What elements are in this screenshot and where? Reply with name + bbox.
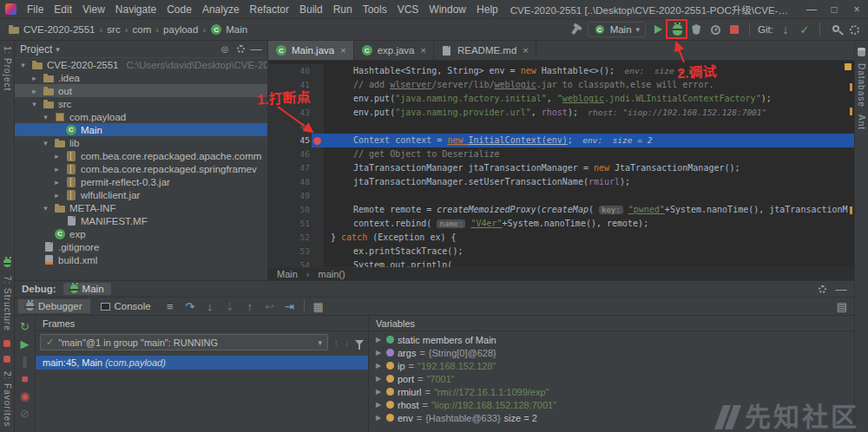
- tree-item-gitignore[interactable]: .gitignore: [15, 240, 267, 253]
- menu-tools[interactable]: Tools: [358, 0, 392, 19]
- menu-build[interactable]: Build: [294, 0, 328, 19]
- breadcrumb-item-main[interactable]: CMain: [209, 23, 248, 36]
- line-number[interactable]: 53: [268, 245, 324, 259]
- git-update-icon[interactable]: ↓: [779, 23, 792, 36]
- menu-navigate[interactable]: Navigate: [110, 0, 161, 19]
- hide-debug-panel-icon[interactable]: —: [835, 283, 847, 295]
- menu-code[interactable]: Code: [161, 0, 197, 19]
- chevron-right-icon[interactable]: ▶: [374, 388, 383, 396]
- tree-item-manifest-mf[interactable]: MANIFEST.MF: [15, 214, 267, 227]
- tree-item-main[interactable]: CMain: [15, 123, 267, 136]
- stop-button[interactable]: [727, 23, 741, 36]
- tool-button-project[interactable]: 1: Project: [3, 46, 12, 91]
- line-number[interactable]: 54: [268, 259, 324, 267]
- inspection-badge-icon[interactable]: [845, 63, 852, 70]
- line-number[interactable]: 44: [268, 120, 324, 134]
- tab-debugger[interactable]: Debugger: [18, 299, 90, 313]
- chevron-closed-icon[interactable]: ▸: [52, 165, 62, 173]
- step-into-icon[interactable]: ↓: [201, 301, 219, 312]
- menu-run[interactable]: Run: [328, 0, 358, 19]
- menu-analyze[interactable]: Analyze: [197, 0, 245, 19]
- minimize-button[interactable]: —: [800, 0, 823, 19]
- menu-help[interactable]: Help: [471, 0, 503, 19]
- tab-console[interactable]: Console: [93, 299, 159, 313]
- thread-selector[interactable]: ✓ "main"@1 in group "main": RUNNING ▾: [40, 334, 328, 350]
- chevron-right-icon[interactable]: ▶: [374, 414, 383, 422]
- run-config-select[interactable]: C Main ▾: [588, 22, 646, 37]
- tool-button-structure[interactable]: 7: Structure: [3, 276, 12, 331]
- tree-item-com-bea-core-repackaged-apache-comm[interactable]: ▸com.bea.core.repackaged.apache.comm: [15, 149, 267, 162]
- tree-item-com-bea-core-repackaged-springframev[interactable]: ▸com.bea.core.repackaged.springframev: [15, 162, 267, 175]
- close-icon[interactable]: ×: [340, 45, 345, 56]
- variable-row-env[interactable]: ▶env = {Hashtable@633} size = 2: [369, 411, 854, 424]
- tree-item-build-xml[interactable]: build.xml: [15, 253, 267, 266]
- menu-vcs[interactable]: VCS: [392, 0, 424, 19]
- chevron-closed-icon[interactable]: ▸: [52, 178, 62, 187]
- line-number[interactable]: 41: [268, 78, 324, 92]
- filter-icon[interactable]: [355, 340, 364, 345]
- pause-icon[interactable]: ∥: [22, 356, 28, 367]
- tree-item-lib[interactable]: ▾lib: [15, 136, 267, 149]
- debug-settings-gear-icon[interactable]: [816, 283, 828, 295]
- code-line[interactable]: 51context.rebind( name: "V4er"+System.na…: [268, 217, 854, 231]
- debug-session-tab[interactable]: Main: [63, 283, 111, 295]
- code-line[interactable]: 48jtaTransactionManager.setUserTransacti…: [268, 175, 854, 189]
- maximize-button[interactable]: □: [823, 0, 845, 19]
- variable-row-rmiurl[interactable]: ▶rmiurl = "rmi://172.16.1.1:1099/exp": [369, 385, 854, 398]
- chevron-right-icon[interactable]: ▶: [374, 401, 383, 409]
- menu-edit[interactable]: Edit: [49, 0, 77, 19]
- code-line[interactable]: 43env.put("java.naming.provider.url", rh…: [268, 106, 854, 120]
- database-icon[interactable]: [858, 48, 865, 56]
- chevron-right-icon[interactable]: ▶: [374, 349, 383, 357]
- chevron-closed-icon[interactable]: ▸: [30, 74, 39, 82]
- frame-down-icon[interactable]: ↓: [345, 337, 351, 348]
- chevron-right-icon[interactable]: ▶: [374, 336, 383, 344]
- step-over-icon[interactable]: ↷: [181, 301, 199, 312]
- evaluate-expression-icon[interactable]: ▦: [310, 301, 327, 312]
- frame-up-icon[interactable]: ↑: [333, 337, 339, 348]
- profiler-button[interactable]: [708, 23, 722, 36]
- breadcrumb-item-com[interactable]: com: [132, 24, 153, 35]
- tool-button-ant[interactable]: Ant: [857, 115, 866, 130]
- chevron-down-icon[interactable]: ▾: [56, 45, 60, 54]
- code-line[interactable]: 50Remote remote = createMemoizedProxy(cr…: [268, 203, 854, 217]
- variable-row-rhost[interactable]: ▶rhost = "iiop://192.168.152.128:7001": [369, 398, 854, 411]
- code-editor[interactable]: 40Hashtable<String, String> env = new Ha…: [268, 61, 854, 267]
- stack-frame-row[interactable]: main:45, Main (com.payload): [36, 356, 368, 370]
- tool-button-red-icon[interactable]: [3, 340, 10, 347]
- chevron-open-icon[interactable]: ▾: [41, 113, 50, 121]
- chevron-right-icon[interactable]: ▶: [374, 362, 383, 370]
- tree-item-cve-2020-2551[interactable]: ▾CVE-2020-2551C:\Users\david\Desktop\CVE…: [15, 58, 267, 71]
- debug-button[interactable]: 2.调试: [670, 23, 684, 36]
- rerun-icon[interactable]: ↻: [20, 321, 30, 332]
- variable-row-ip[interactable]: ▶ip = "192.168.152.128": [369, 359, 854, 372]
- tree-item-idea[interactable]: ▸.idea: [15, 71, 267, 84]
- variable-row-args[interactable]: ▶args = {String[0]@628}: [369, 346, 854, 359]
- chevron-open-icon[interactable]: ▾: [18, 61, 28, 69]
- breadcrumb-item-cve-2020-2551[interactable]: CVE-2020-2551: [7, 23, 95, 36]
- line-number[interactable]: 46: [268, 147, 324, 161]
- code-line[interactable]: 45Context context = new InitialContext(e…: [268, 134, 854, 147]
- threads-menu-icon[interactable]: ≡: [161, 301, 179, 312]
- chevron-closed-icon[interactable]: ▸: [52, 152, 62, 160]
- hide-panel-icon[interactable]: —: [250, 43, 262, 56]
- close-icon[interactable]: ×: [421, 45, 426, 56]
- menu-refactor[interactable]: Refactor: [245, 0, 294, 19]
- chevron-right-icon[interactable]: ▶: [374, 375, 383, 383]
- line-number[interactable]: 42: [268, 92, 324, 106]
- code-line[interactable]: 54System.out.println(: [268, 259, 854, 267]
- view-breakpoints-icon[interactable]: ◉: [20, 390, 30, 402]
- tree-item-com-payload[interactable]: ▾com.payload: [15, 110, 267, 123]
- line-number[interactable]: 49: [268, 189, 324, 203]
- tree-item-out[interactable]: ▸out: [15, 84, 267, 97]
- line-number[interactable]: 52: [268, 231, 324, 245]
- step-out-icon[interactable]: ↑: [241, 301, 259, 312]
- tool-button-red-icon-2[interactable]: [3, 356, 10, 363]
- breadcrumb-item-src[interactable]: src: [106, 24, 121, 35]
- run-to-cursor-icon[interactable]: ⇥: [281, 301, 299, 312]
- search-icon[interactable]: [828, 23, 842, 36]
- tab-readme-md[interactable]: README.md×: [434, 41, 536, 60]
- tool-button-database[interactable]: Database: [857, 63, 866, 108]
- code-line[interactable]: 46// get Object to Deserialize: [268, 147, 854, 161]
- breadcrumb-class[interactable]: Main: [277, 269, 298, 279]
